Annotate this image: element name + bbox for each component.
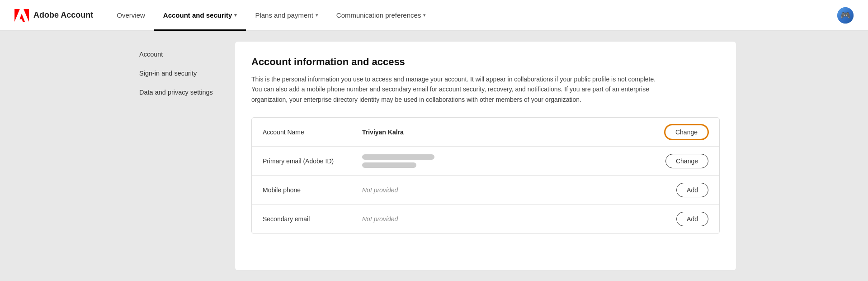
avatar[interactable]: 🎮 (837, 7, 854, 24)
redacted-bar (362, 162, 416, 168)
table-row: Primary email (Adobe ID) Change (252, 147, 719, 176)
row-label-secondary-email: Secondary email (263, 215, 362, 223)
nav-item-communication[interactable]: Communication preferences ▾ (327, 0, 435, 31)
main-container: Account Sign-in and security Data and pr… (118, 31, 750, 281)
table-row: Secondary email Not provided Add (252, 205, 719, 233)
row-value-secondary-email: Not provided (362, 215, 676, 223)
row-value-primary-email (362, 154, 665, 168)
nav-items: Overview Account and security ▾ Plans an… (108, 0, 837, 31)
table-row: Account Name Triviyan Kalra Change (252, 118, 719, 147)
row-action-mobile-phone: Add (676, 183, 708, 197)
table-row: Mobile phone Not provided Add (252, 176, 719, 205)
add-secondary-email-button[interactable]: Add (676, 212, 708, 226)
chevron-down-icon: ▾ (234, 12, 237, 18)
sidebar-item-account[interactable]: Account (132, 45, 231, 63)
sidebar: Account Sign-in and security Data and pr… (132, 42, 231, 270)
sidebar-item-signin-security[interactable]: Sign-in and security (132, 64, 231, 82)
content-area: Account information and access This is t… (235, 42, 736, 270)
row-action-account-name: Change (665, 124, 708, 140)
redacted-bar (362, 154, 434, 160)
row-label-account-name: Account Name (263, 129, 362, 136)
row-action-secondary-email: Add (676, 212, 708, 226)
row-label-mobile-phone: Mobile phone (263, 186, 362, 194)
change-account-name-button[interactable]: Change (665, 124, 708, 140)
row-value-account-name: Triviyan Kalra (362, 129, 665, 136)
nav-item-overview[interactable]: Overview (108, 0, 154, 31)
info-table: Account Name Triviyan Kalra Change Prima… (251, 117, 720, 234)
change-primary-email-button[interactable]: Change (665, 154, 708, 168)
row-action-primary-email: Change (665, 154, 708, 168)
page-title: Account information and access (251, 56, 720, 68)
top-navigation: Adobe Account Overview Account and secur… (0, 0, 868, 31)
logo-area[interactable]: Adobe Account (14, 9, 93, 22)
chevron-down-icon: ▾ (316, 12, 318, 18)
logo-label: Adobe Account (33, 10, 93, 20)
nav-item-plans-payment[interactable]: Plans and payment ▾ (246, 0, 327, 31)
content-description: This is the personal information you use… (251, 74, 658, 105)
add-mobile-phone-button[interactable]: Add (676, 183, 708, 197)
row-label-primary-email: Primary email (Adobe ID) (263, 157, 362, 165)
sidebar-item-data-privacy[interactable]: Data and privacy settings (132, 83, 231, 101)
nav-item-account-security[interactable]: Account and security ▾ (154, 0, 246, 31)
chevron-down-icon: ▾ (423, 12, 426, 18)
row-value-mobile-phone: Not provided (362, 186, 676, 194)
adobe-logo-icon (14, 9, 29, 22)
nav-right: 🎮 (837, 7, 854, 24)
